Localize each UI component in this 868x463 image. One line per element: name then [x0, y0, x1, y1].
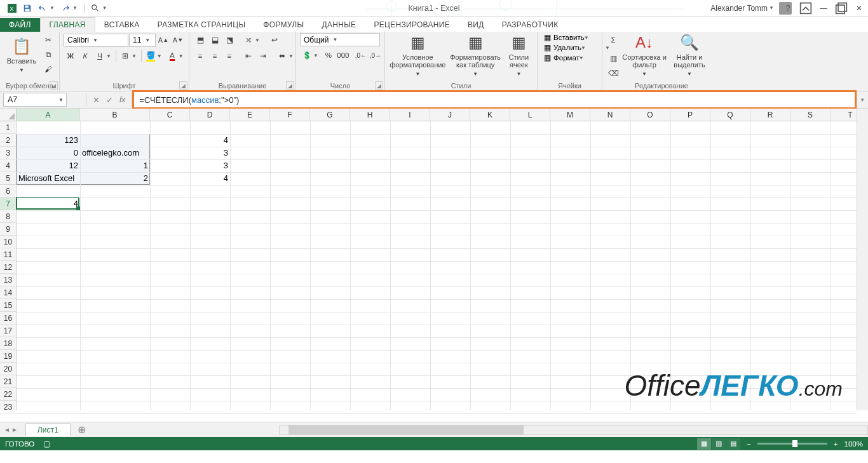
- horizontal-scrollbar[interactable]: [279, 425, 868, 435]
- row-header-23[interactable]: 23: [0, 401, 16, 413]
- font-name-combo[interactable]: Calibri▼: [64, 34, 128, 47]
- col-header-C[interactable]: C: [150, 109, 190, 121]
- qat-customize-icon[interactable]: ▼: [102, 5, 107, 11]
- clipboard-launcher-icon[interactable]: ◢: [50, 81, 58, 90]
- shrink-font-icon[interactable]: A▼: [171, 33, 185, 47]
- name-box[interactable]: A7▼: [3, 93, 67, 107]
- italic-button[interactable]: К: [78, 49, 92, 63]
- maximize-icon[interactable]: [835, 2, 848, 15]
- grow-font-icon[interactable]: A▲: [156, 33, 170, 47]
- minimize-icon[interactable]: —: [817, 2, 830, 15]
- col-header-G[interactable]: G: [310, 109, 350, 121]
- tab-data[interactable]: ДАННЫЕ: [313, 18, 365, 32]
- underline-button[interactable]: Ч: [93, 49, 107, 63]
- cell-styles-button[interactable]: ▦Стили ячеек▼: [505, 33, 533, 77]
- fill-color-icon[interactable]: 🪣: [144, 49, 158, 63]
- close-icon[interactable]: ✕: [853, 2, 865, 15]
- align-launcher-icon[interactable]: ◢: [286, 81, 294, 90]
- copy-icon[interactable]: ⧉: [41, 48, 55, 62]
- col-header-P[interactable]: P: [670, 109, 710, 121]
- view-break-icon[interactable]: ▤: [726, 438, 740, 450]
- expand-formula-icon[interactable]: ▾: [857, 91, 868, 108]
- format-painter-icon[interactable]: 🖌: [41, 62, 55, 76]
- col-header-M[interactable]: M: [550, 109, 590, 121]
- col-header-I[interactable]: I: [390, 109, 430, 121]
- sheet-tab[interactable]: Лист1: [25, 423, 71, 436]
- zoom-slider[interactable]: [757, 443, 827, 445]
- undo-dropdown-icon[interactable]: ▼: [50, 5, 55, 11]
- view-layout-icon[interactable]: ▥: [712, 438, 726, 450]
- paste-button[interactable]: 📋 Вставить ▼: [4, 33, 39, 77]
- cell-B4[interactable]: 1: [80, 159, 150, 172]
- inc-decimal-icon[interactable]: ,0←: [354, 48, 368, 62]
- cell-A5[interactable]: Microsoft Excel: [17, 172, 80, 185]
- row-header-15[interactable]: 15: [0, 299, 16, 312]
- indent-dec-icon[interactable]: ⇤: [241, 49, 255, 63]
- col-header-E[interactable]: E: [230, 109, 270, 121]
- col-header-S[interactable]: S: [790, 109, 831, 121]
- col-header-J[interactable]: J: [430, 109, 470, 121]
- row-header-8[interactable]: 8: [0, 210, 16, 223]
- vertical-scrollbar[interactable]: [857, 109, 868, 410]
- tab-insert[interactable]: ВСТАВКА: [95, 18, 149, 32]
- enter-formula-icon[interactable]: ✓: [106, 95, 113, 105]
- help-icon[interactable]: ?: [782, 2, 794, 15]
- row-header-12[interactable]: 12: [0, 261, 16, 274]
- wrap-text-icon[interactable]: ↩: [268, 33, 281, 47]
- merge-icon[interactable]: ⬌: [275, 49, 289, 63]
- bold-button[interactable]: Ж: [64, 49, 78, 63]
- delete-cells-button[interactable]: ▦Удалить ▼: [541, 43, 592, 52]
- user-name[interactable]: Alexander Tomm: [710, 4, 768, 13]
- accounting-icon[interactable]: 💲: [300, 48, 314, 62]
- row-header-5[interactable]: 5: [0, 172, 16, 185]
- row-header-3[interactable]: 3: [0, 147, 16, 159]
- row-header-6[interactable]: 6: [0, 185, 16, 198]
- undo-icon[interactable]: [36, 2, 50, 15]
- align-center-icon[interactable]: ≡: [208, 49, 222, 63]
- col-header-H[interactable]: H: [350, 109, 390, 121]
- row-header-22[interactable]: 22: [0, 388, 16, 401]
- number-format-combo[interactable]: Общий▼: [300, 33, 380, 46]
- col-header-F[interactable]: F: [270, 109, 310, 121]
- cell-D5[interactable]: 4: [190, 172, 230, 185]
- cell-A7[interactable]: 4: [17, 198, 80, 210]
- percent-icon[interactable]: %: [322, 48, 336, 62]
- view-normal-icon[interactable]: ▦: [697, 438, 711, 450]
- align-bottom-icon[interactable]: ⬔: [222, 33, 236, 47]
- row-header-17[interactable]: 17: [0, 325, 16, 337]
- row-header-16[interactable]: 16: [0, 312, 16, 325]
- borders-icon[interactable]: ⊞: [118, 49, 132, 63]
- dec-decimal-icon[interactable]: ,0→: [369, 48, 383, 62]
- print-preview-icon[interactable]: [88, 2, 102, 15]
- cell-B2[interactable]: [80, 134, 150, 147]
- sheet-prev-icon[interactable]: ◄: [4, 426, 10, 433]
- redo-dropdown-icon[interactable]: ▼: [72, 5, 78, 11]
- cell-A4[interactable]: 12: [17, 159, 80, 172]
- tab-home[interactable]: ГЛАВНАЯ: [40, 17, 95, 32]
- insert-cells-button[interactable]: ▦Вставить ▼: [541, 33, 592, 42]
- comma-icon[interactable]: 000: [336, 48, 350, 62]
- row-header-1[interactable]: 1: [0, 121, 16, 134]
- col-header-R[interactable]: R: [750, 109, 790, 121]
- zoom-level[interactable]: 100%: [844, 440, 863, 448]
- cancel-formula-icon[interactable]: ✕: [93, 95, 100, 105]
- zoom-out-icon[interactable]: −: [747, 440, 751, 448]
- col-header-Q[interactable]: Q: [710, 109, 750, 121]
- align-right-icon[interactable]: ≡: [222, 49, 236, 63]
- clear-icon[interactable]: ⌫: [606, 66, 620, 80]
- col-header-L[interactable]: L: [510, 109, 550, 121]
- cell-B3[interactable]: officelegko.com: [80, 147, 150, 159]
- fx-icon[interactable]: fx: [119, 95, 125, 104]
- cell-A2[interactable]: 123: [17, 134, 80, 147]
- col-header-K[interactable]: K: [470, 109, 510, 121]
- row-header-2[interactable]: 2: [0, 134, 16, 147]
- format-table-button[interactable]: ▦Форматировать как таблицу▼: [449, 33, 503, 77]
- indent-inc-icon[interactable]: ⇥: [256, 49, 270, 63]
- cell-D3[interactable]: 3: [190, 147, 230, 159]
- cell-B5[interactable]: 2: [80, 172, 150, 185]
- number-launcher-icon[interactable]: ◢: [375, 81, 383, 90]
- cut-icon[interactable]: ✂: [41, 33, 55, 47]
- zoom-in-icon[interactable]: +: [834, 440, 838, 448]
- col-header-D[interactable]: D: [190, 109, 230, 121]
- formula-bar[interactable]: =СЧЁТЕСЛИ(массив;">0"): [132, 90, 857, 109]
